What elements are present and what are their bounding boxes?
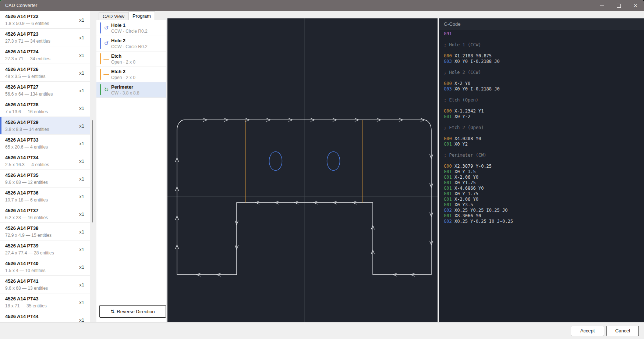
gcode-line: G01 X0 Y-3.5 — [444, 169, 644, 175]
operation-meta: Open · 2 x 0 — [111, 60, 164, 65]
hole-circle — [269, 152, 282, 171]
part-title: 4526 A14 PT43 — [5, 296, 85, 302]
part-list-item[interactable]: 4526 A14 PT2648 x 3.5 — 6 entitiesx1 — [0, 64, 90, 82]
gcode-line — [444, 64, 644, 70]
gcode-line: G01 X0 Y3.5 — [444, 202, 644, 208]
gcode-line: G00 X1.2188 Y0.875 — [444, 53, 644, 59]
part-list-item[interactable]: 4526 A14 PT376.2 x 23 — 16 entitiesx1 — [0, 205, 90, 223]
operation-meta: Open · 2 x 0 — [111, 75, 164, 81]
titlebar[interactable]: CAD Converter — [0, 0, 644, 11]
part-qty: x1 — [79, 123, 84, 128]
window-title: CAD Converter — [0, 3, 37, 8]
part-list-item[interactable]: 4526 A14 PT3927.4 x 77.4 — 28 entitiesx1 — [0, 240, 90, 258]
close-icon — [634, 3, 638, 8]
operation-item[interactable]: ↻PerimeterCW · 3.8 x 8.8 — [96, 82, 166, 98]
operation-title: Hole 2 — [111, 38, 164, 44]
gcode-line — [444, 103, 644, 108]
operation-color-bar — [100, 84, 101, 95]
tab-program[interactable]: Program — [128, 11, 155, 20]
part-qty: x1 — [79, 70, 84, 75]
part-list-item[interactable]: 4526 A14 PT3872.9 x 4.9 — 15 entitiesx1 — [0, 223, 90, 240]
part-meta: 10.7 x 18 — 6 entities — [5, 197, 85, 203]
app-window: CAD Converter 4526 A14 PT221.8 x 50.9 — … — [0, 0, 644, 339]
part-title: 4526 A14 PT35 — [5, 172, 85, 178]
gcode-line — [444, 48, 644, 53]
part-title: 4526 A14 PT36 — [5, 190, 85, 196]
part-list-item[interactable]: 4526 A14 PT2327.3 x 71 — 34 entitiesx1 — [0, 29, 90, 46]
parts-list[interactable]: 4526 A14 PT221.8 x 50.9 — 6 entitiesx145… — [0, 11, 90, 322]
part-meta: 2.5 x 16.3 — 4 entities — [5, 162, 85, 168]
part-list-item[interactable]: 4526 A14 PT293.8 x 8.8 — 14 entitiesx1 — [0, 117, 90, 135]
tab-cad-view[interactable]: CAD View — [99, 13, 128, 20]
scrollbar-thumb[interactable] — [92, 120, 93, 222]
part-meta: 9.6 x 68 — 12 entities — [5, 179, 85, 185]
part-qty: x1 — [79, 35, 84, 40]
part-title: 4526 A14 PT34 — [5, 155, 85, 161]
main-content: 4526 A14 PT221.8 x 50.9 — 6 entitiesx145… — [0, 11, 644, 322]
gcode-line: G00 X-1.2342 Y1 — [444, 108, 644, 114]
reverse-direction-icon: ⇅ — [110, 309, 114, 314]
accept-button[interactable]: Accept — [571, 326, 604, 336]
window-controls — [593, 0, 644, 11]
cad-canvas[interactable] — [167, 18, 438, 322]
part-list-item[interactable]: 4526 A14 PT2427.3 x 71 — 34 entitiesx1 — [0, 46, 90, 64]
ccw-icon: ↺ — [103, 25, 110, 31]
part-meta: 9.6 x 68 — 13 entities — [5, 285, 85, 291]
gcode-line — [444, 158, 644, 164]
operation-item[interactable]: EtchOpen · 2 x 0 — [96, 51, 166, 67]
operation-item[interactable]: Etch 2Open · 2 x 0 — [96, 67, 166, 82]
part-title: 4526 A14 PT23 — [5, 31, 85, 37]
part-qty: x1 — [79, 158, 84, 164]
gcode-line: G91 — [444, 31, 644, 37]
part-qty: x1 — [79, 193, 84, 199]
gcode-line: ; Etch (Open) — [444, 97, 644, 103]
part-list-item[interactable]: 4526 A14 PT419.6 x 68 — 13 entitiesx1 — [0, 276, 90, 293]
part-list-item[interactable]: 4526 A14 PT2756.6 x 64 — 134 entitiesx1 — [0, 82, 90, 99]
operation-item[interactable]: ↺Hole 2CCW · Circle R0.2 — [96, 36, 166, 51]
part-qty: x1 — [79, 317, 84, 322]
gcode-text[interactable]: G91 ; Hole 1 (CCW) G00 X1.2188 Y0.875G03… — [439, 30, 644, 322]
part-list-item[interactable]: 4526 A14 PT359.6 x 68 — 12 entitiesx1 — [0, 170, 90, 188]
gcode-line: G03 X0 Y0 I-0.2188 J0 — [444, 59, 644, 64]
part-list-item[interactable]: 4526 A14 PT401.5 x 4 — 10 entitiesx1 — [0, 258, 90, 276]
etch-line-icon — [103, 56, 110, 62]
part-list-item[interactable]: 4526 A14 PT3610.7 x 18 — 6 entitiesx1 — [0, 188, 90, 205]
gcode-line — [444, 131, 644, 136]
gcode-line — [444, 75, 644, 81]
gcode-line: ; Hole 1 (CCW) — [444, 42, 644, 48]
part-qty: x1 — [79, 282, 84, 287]
part-title: 4526 A14 PT38 — [5, 225, 85, 231]
part-meta: 1.5 x 4 — 10 entities — [5, 268, 85, 274]
gcode-line — [444, 119, 644, 125]
operation-meta: CW · 3.8 x 8.8 — [111, 90, 164, 96]
maximize-icon — [617, 4, 621, 8]
parts-list-scrollbar[interactable] — [90, 11, 96, 322]
gcode-line: ; Hole 2 (CCW) — [444, 70, 644, 75]
reverse-direction-button[interactable]: ⇅ Reverse Direction — [99, 305, 166, 318]
minimize-icon — [600, 6, 604, 6]
close-button[interactable] — [627, 0, 644, 11]
part-list-item[interactable]: 4526 A14 PT287 x 13.6 — 16 entitiesx1 — [0, 99, 90, 117]
part-qty: x1 — [79, 246, 84, 252]
operation-item[interactable]: ↺Hole 1CCW · Circle R0.2 — [96, 21, 166, 36]
minimize-button[interactable] — [593, 0, 610, 11]
part-title: 4526 A14 PT33 — [5, 137, 85, 143]
part-list-item[interactable]: 4526 A14 PT4318 x 71 — 35 entitiesx1 — [0, 293, 90, 311]
operation-title: Perimeter — [111, 84, 164, 90]
part-list-item[interactable]: 4526 A14 PT342.5 x 16.3 — 4 entitiesx1 — [0, 152, 90, 170]
operation-title: Hole 1 — [111, 22, 164, 28]
cw-icon: ↻ — [103, 86, 110, 93]
part-title: 4526 A14 PT24 — [5, 49, 85, 55]
part-qty: x1 — [79, 176, 84, 181]
part-list-item[interactable]: 4526 A14 PT44x1 — [0, 311, 90, 322]
ccw-icon: ↺ — [103, 40, 110, 47]
etch-line-icon — [103, 71, 110, 78]
part-meta: 27.3 x 71 — 34 entities — [5, 38, 85, 44]
gcode-line: G01 X-4.6866 Y0 — [444, 186, 644, 191]
part-list-item[interactable]: 4526 A14 PT3365 x 20.6 — 4 entitiesx1 — [0, 135, 90, 152]
cancel-button[interactable]: Cancel — [606, 326, 639, 336]
part-list-item[interactable]: 4526 A14 PT221.8 x 50.9 — 6 entitiesx1 — [0, 11, 90, 29]
gcode-panel: G-Code G91 ; Hole 1 (CCW) G00 X1.2188 Y0… — [439, 11, 644, 322]
part-meta: 3.8 x 8.8 — 14 entities — [5, 126, 85, 132]
maximize-button[interactable] — [610, 0, 627, 11]
